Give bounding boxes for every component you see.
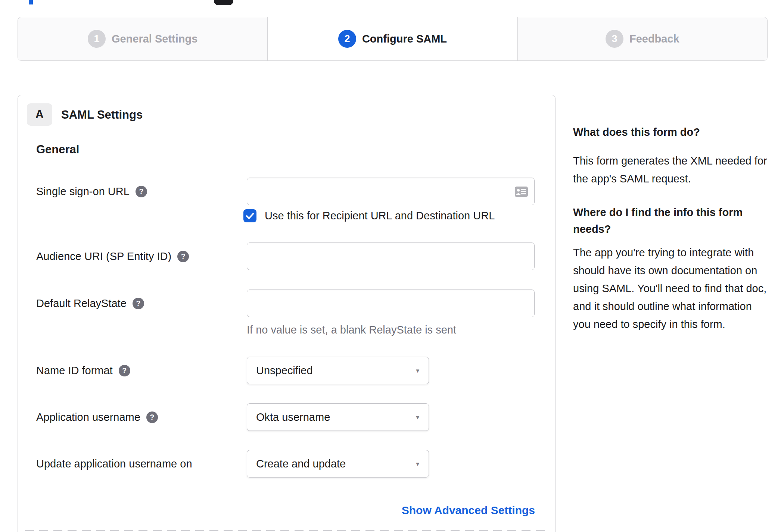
- audience-uri-input[interactable]: [247, 242, 535, 270]
- default-relaystate-input[interactable]: [247, 290, 535, 317]
- field-row-name-id-format: Name ID format ? Unspecified ▼: [36, 357, 536, 384]
- help-icon[interactable]: ?: [133, 298, 144, 309]
- field-row-single-sign-on-url: Single sign-on URL ?: [36, 178, 536, 222]
- section-dashed-divider: [25, 530, 548, 531]
- cropped-title-fragment: [29, 0, 33, 4]
- default-relaystate-label: Default RelayState: [36, 297, 127, 310]
- step-2-number: 2: [338, 30, 356, 48]
- step-1-label: General Settings: [112, 33, 197, 45]
- checkmark-icon: [246, 213, 254, 219]
- cropped-app-logo-fragment: [214, 0, 233, 5]
- wizard-stepper: 1 General Settings 2 Configure SAML 3 Fe…: [18, 17, 768, 61]
- name-id-format-select[interactable]: Unspecified ▼: [247, 357, 429, 384]
- single-sign-on-url-label: Single sign-on URL: [36, 185, 130, 198]
- contact-card-icon[interactable]: [515, 187, 528, 198]
- help-icon[interactable]: ?: [146, 411, 158, 423]
- help-icon[interactable]: ?: [119, 365, 130, 376]
- field-row-application-username: Application username ? Okta username ▼: [36, 403, 536, 431]
- step-3-number: 3: [606, 30, 623, 48]
- update-application-username-value: Create and update: [256, 458, 346, 470]
- update-application-username-select[interactable]: Create and update ▼: [247, 450, 429, 478]
- field-row-update-application-username: Update application username on Create an…: [36, 450, 536, 478]
- sidebar-heading-what: What does this form do?: [573, 124, 771, 141]
- help-icon[interactable]: ?: [177, 251, 189, 262]
- update-application-username-label: Update application username on: [36, 458, 192, 470]
- application-username-select[interactable]: Okta username ▼: [247, 403, 429, 431]
- show-advanced-settings-link[interactable]: Show Advanced Settings: [402, 504, 535, 517]
- single-sign-on-url-input[interactable]: [247, 178, 535, 205]
- sidebar-heading-where: Where do I find the info this form needs…: [573, 204, 771, 238]
- sidebar-paragraph-what: This form generates the XML needed for t…: [573, 152, 771, 188]
- name-id-format-label: Name ID format: [36, 364, 113, 377]
- step-configure-saml[interactable]: 2 Configure SAML: [267, 17, 517, 60]
- chevron-down-icon: ▼: [415, 367, 420, 374]
- field-row-default-relaystate: Default RelayState ? If no value is set,…: [36, 290, 536, 336]
- chevron-down-icon: ▼: [415, 414, 420, 420]
- name-id-format-value: Unspecified: [256, 364, 313, 377]
- saml-settings-panel: A SAML Settings General Single sign-on U…: [18, 95, 556, 532]
- section-a-badge: A: [27, 103, 52, 126]
- general-section-heading: General: [36, 143, 79, 156]
- panel-title: SAML Settings: [61, 108, 143, 122]
- page: 1 General Settings 2 Configure SAML 3 Fe…: [0, 0, 781, 532]
- help-sidebar: What does this form do? This form genera…: [573, 124, 771, 333]
- recipient-url-checkbox[interactable]: [243, 209, 256, 222]
- help-icon[interactable]: ?: [136, 186, 147, 197]
- step-1-number: 1: [88, 30, 106, 48]
- step-feedback[interactable]: 3 Feedback: [517, 17, 767, 60]
- application-username-label: Application username: [36, 411, 140, 423]
- application-username-value: Okta username: [256, 411, 330, 423]
- step-general-settings[interactable]: 1 General Settings: [18, 17, 267, 60]
- field-row-audience-uri: Audience URI (SP Entity ID) ?: [36, 242, 536, 270]
- relaystate-helper-text: If no value is set, a blank RelayState i…: [247, 324, 536, 336]
- recipient-url-checkbox-label: Use this for Recipient URL and Destinati…: [265, 210, 495, 222]
- step-3-label: Feedback: [629, 33, 679, 45]
- audience-uri-label: Audience URI (SP Entity ID): [36, 250, 171, 263]
- chevron-down-icon: ▼: [415, 461, 420, 467]
- sidebar-paragraph-where: The app you're trying to integrate with …: [573, 244, 771, 333]
- step-2-label: Configure SAML: [362, 33, 447, 45]
